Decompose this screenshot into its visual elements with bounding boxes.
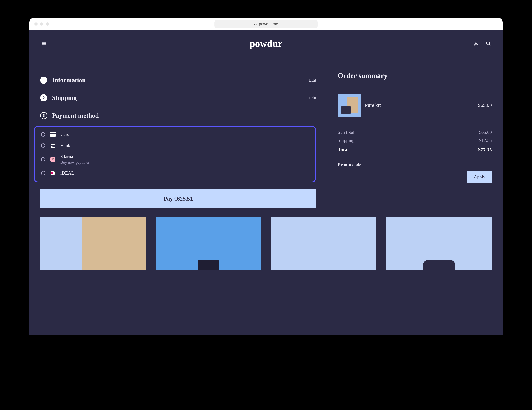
value: $65.00 [479, 130, 492, 135]
svg-point-5 [486, 42, 490, 45]
value: $77.35 [478, 147, 492, 152]
payment-option-label: Bank [60, 143, 70, 148]
address-domain: powdur.me [259, 22, 278, 26]
product-card[interactable] [156, 217, 261, 270]
step-information: 1 Information Edit [40, 71, 316, 89]
payment-option-label: iDEAL [60, 170, 74, 176]
step-title: Information [52, 76, 86, 84]
summary-shipping: Shipping $12.35 [338, 138, 492, 143]
close-dot[interactable] [34, 22, 38, 26]
user-icon [473, 41, 479, 46]
value: $12.35 [479, 138, 492, 143]
search-button[interactable] [485, 40, 492, 47]
label: Sub total [338, 130, 354, 135]
product-card[interactable] [271, 217, 376, 270]
radio-unchecked-icon [41, 171, 45, 175]
svg-point-4 [475, 42, 477, 44]
ideal-icon [50, 171, 56, 176]
svg-line-6 [489, 45, 490, 46]
browser-chrome: powdur.me [29, 18, 503, 30]
edit-shipping-button[interactable]: Edit [309, 95, 316, 100]
step-number: 3 [40, 112, 47, 119]
hamburger-icon [41, 41, 47, 47]
radio-unchecked-icon [41, 157, 45, 161]
edit-information-button[interactable]: Edit [309, 78, 316, 83]
summary-total: Total $77.35 [338, 147, 492, 152]
cart-item-price: $65.00 [478, 102, 492, 108]
payment-option-label: Klarna [60, 154, 89, 159]
payment-method-selector: Card Bank K [34, 126, 316, 182]
klarna-icon: K [50, 157, 56, 162]
step-payment: 3 Payment method [40, 107, 316, 124]
account-button[interactable] [473, 40, 480, 47]
brand-logo[interactable]: powdur [249, 38, 282, 49]
payment-option-card[interactable]: Card [41, 132, 309, 137]
radio-unchecked-icon [41, 132, 45, 137]
promo-code-input[interactable] [338, 171, 467, 181]
step-number: 2 [40, 94, 47, 102]
window-controls [34, 22, 49, 26]
payment-option-ideal[interactable]: iDEAL [41, 170, 309, 176]
maximize-dot[interactable] [46, 22, 49, 26]
radio-unchecked-icon [41, 143, 45, 148]
cart-item-name: Pure kit [365, 102, 474, 108]
step-number: 1 [40, 76, 47, 84]
step-shipping: 2 Shipping Edit [40, 89, 316, 107]
payment-option-label: Card [60, 132, 70, 137]
step-title: Payment method [52, 112, 99, 119]
product-thumbnail [338, 93, 361, 117]
product-card[interactable] [386, 217, 492, 270]
label: Shipping [338, 138, 355, 143]
svg-rect-0 [255, 24, 256, 25]
apply-promo-button[interactable]: Apply [467, 171, 492, 183]
cart-item: Pure kit $65.00 [338, 86, 492, 124]
promo-code-label: Promo code [338, 162, 492, 167]
app: powdur 1 Information [29, 30, 503, 335]
order-summary-title: Order summary [338, 71, 492, 80]
address-bar[interactable]: powdur.me [214, 20, 318, 28]
lock-icon [254, 22, 257, 26]
card-icon [50, 132, 56, 137]
summary-subtotal: Sub total $65.00 [338, 130, 492, 135]
step-title: Shipping [52, 94, 77, 102]
topbar: powdur [40, 30, 492, 57]
payment-option-sublabel: Buy now pay later [60, 160, 89, 165]
product-card[interactable] [40, 217, 146, 270]
browser-window: powdur.me powdur [29, 18, 503, 335]
label: Total [338, 147, 349, 152]
payment-option-klarna[interactable]: K Klarna Buy now pay later [41, 154, 309, 165]
bank-icon [50, 143, 56, 148]
menu-button[interactable] [40, 40, 47, 47]
payment-option-bank[interactable]: Bank [41, 143, 309, 148]
svg-rect-8 [50, 133, 56, 134]
search-icon [485, 41, 491, 46]
minimize-dot[interactable] [40, 22, 43, 26]
pay-button[interactable]: Pay €625.51 [40, 189, 316, 208]
